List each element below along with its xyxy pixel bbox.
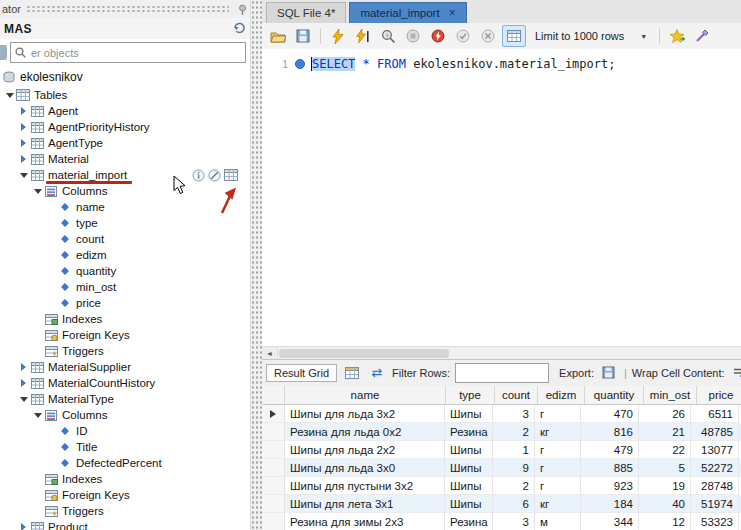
tree-item-material[interactable]: Material <box>0 151 250 167</box>
cell-price[interactable]: 53323 <box>691 513 739 530</box>
table-row[interactable]: Шипы для льда 2x2Шипы1г4792213077 <box>262 441 741 459</box>
rollback-button[interactable] <box>477 26 499 46</box>
chevron-down-icon[interactable] <box>18 397 29 402</box>
chevron-right-icon[interactable] <box>18 123 29 131</box>
cell-min_ost[interactable]: 19 <box>639 477 691 495</box>
cell-type[interactable]: Шипы <box>445 441 493 459</box>
editor-hscrollbar[interactable]: ◄ <box>262 346 741 360</box>
cell-quantity[interactable]: 184 <box>581 495 639 513</box>
cell-quantity[interactable]: 344 <box>581 513 639 530</box>
cell-price[interactable]: 51974 <box>691 495 739 513</box>
cell-price[interactable]: 52272 <box>691 459 739 477</box>
cell-name[interactable]: Резина для льда 0x2 <box>285 423 445 441</box>
save-button[interactable] <box>292 26 314 46</box>
chevron-right-icon[interactable] <box>18 523 29 530</box>
cell-quantity[interactable]: 470 <box>581 405 639 423</box>
table-row[interactable]: Шипы для пустыни 3x2Шипы2г9231928748 <box>262 477 741 495</box>
toggle-autocommit-button[interactable] <box>502 25 526 47</box>
chevron-down-icon[interactable] <box>32 189 43 194</box>
tree-item-agentpriorityhistory[interactable]: AgentPriorityHistory <box>0 119 250 135</box>
tab-material_import[interactable]: material_import× <box>349 2 466 23</box>
chevron-down-icon[interactable] <box>4 93 15 98</box>
cell-edizm[interactable]: г <box>535 441 581 459</box>
chevron-down-icon[interactable] <box>18 173 29 178</box>
cell-price[interactable]: 13077 <box>691 441 739 459</box>
cell-count[interactable]: 2 <box>493 477 535 495</box>
tree-item-tables[interactable]: Tables <box>0 87 250 103</box>
beautify-query-button[interactable] <box>691 26 713 46</box>
cell-edizm[interactable]: г <box>535 405 581 423</box>
tab-close-icon[interactable]: × <box>449 7 456 19</box>
filter-rows-input[interactable] <box>455 363 549 383</box>
row-selector[interactable] <box>262 441 285 459</box>
cell-edizm[interactable]: м <box>535 513 581 530</box>
cell-type[interactable]: Шипы <box>445 495 493 513</box>
info-icon[interactable] <box>192 169 205 182</box>
cell-price[interactable]: 48785 <box>691 423 739 441</box>
tree-item-title[interactable]: Title <box>0 439 250 455</box>
cell-name[interactable]: Резина для зимы 2x3 <box>285 513 445 530</box>
tree-item-foreign-keys[interactable]: Foreign Keys <box>0 327 250 343</box>
toggle-stop-on-error-button[interactable] <box>427 26 449 46</box>
row-selector[interactable] <box>262 513 285 530</box>
chevron-right-icon[interactable] <box>18 139 29 147</box>
grid-view-icon[interactable] <box>342 364 362 382</box>
limit-rows-dropdown[interactable]: Limit to 1000 rows ▼ <box>529 28 653 44</box>
cell-type[interactable]: Шипы <box>445 405 493 423</box>
tree-item-defectedpercent[interactable]: DefectedPercent <box>0 455 250 471</box>
tree-item-min_ost[interactable]: min_ost <box>0 279 250 295</box>
row-selector[interactable] <box>262 423 285 441</box>
cell-type[interactable]: Резина <box>445 423 493 441</box>
cell-min_ost[interactable]: 22 <box>639 441 691 459</box>
tree-item-indexes[interactable]: Indexes <box>0 471 250 487</box>
refresh-grid-icon[interactable]: ⇄ <box>367 364 387 382</box>
open-file-button[interactable] <box>267 26 289 46</box>
table-row[interactable]: Шипы для льда 3x2Шипы3г470266511 <box>262 405 741 423</box>
tree-item-product[interactable]: Product <box>0 519 250 530</box>
cell-count[interactable]: 3 <box>493 405 535 423</box>
cell-min_ost[interactable]: 5 <box>639 459 691 477</box>
cell-quantity[interactable]: 923 <box>581 477 639 495</box>
schema-node[interactable]: ekolesnikov <box>0 68 250 86</box>
tree-item-triggers[interactable]: Triggers <box>0 343 250 359</box>
tree-item-id[interactable]: ID <box>0 423 250 439</box>
tree-item-materialtype[interactable]: MaterialType <box>0 391 250 407</box>
tree-item-agenttype[interactable]: AgentType <box>0 135 250 151</box>
commit-button[interactable] <box>452 26 474 46</box>
tree-item-columns[interactable]: Columns <box>0 407 250 423</box>
column-header-quantity[interactable]: quantity <box>585 386 644 405</box>
table-row[interactable]: Резина для зимы 2x3Резина3м3441253323 <box>262 513 741 530</box>
cell-quantity[interactable]: 885 <box>581 459 639 477</box>
cell-name[interactable]: Шипы для льда 3x2 <box>285 405 445 423</box>
tree-item-edizm[interactable]: edizm <box>0 247 250 263</box>
wrap-cell-content-icon[interactable] <box>730 364 741 382</box>
cell-count[interactable]: 1 <box>493 441 535 459</box>
tree-item-indexes[interactable]: Indexes <box>0 311 250 327</box>
settings-icon[interactable] <box>208 169 221 182</box>
column-header-name[interactable]: name <box>285 386 446 405</box>
stop-query-button[interactable] <box>402 26 424 46</box>
cell-quantity[interactable]: 479 <box>581 441 639 459</box>
tree-item-name[interactable]: name <box>0 199 250 215</box>
cell-price[interactable]: 6511 <box>691 405 739 423</box>
tree-item-material_import[interactable]: material_import <box>0 167 250 183</box>
cell-edizm[interactable]: кг <box>535 495 581 513</box>
row-selector[interactable] <box>262 405 285 423</box>
table-row[interactable]: Резина для льда 0x2Резина2кг8162148785 <box>262 423 741 441</box>
chevron-right-icon[interactable] <box>18 379 29 387</box>
cell-min_ost[interactable]: 12 <box>639 513 691 530</box>
cell-type[interactable]: Шипы <box>445 477 493 495</box>
cell-edizm[interactable]: г <box>535 459 581 477</box>
cell-name[interactable]: Шипы для лета 3x1 <box>285 495 445 513</box>
inspect-table-icon[interactable] <box>224 169 238 181</box>
tree-item-price[interactable]: price <box>0 295 250 311</box>
cell-quantity[interactable]: 816 <box>581 423 639 441</box>
execute-query-button[interactable] <box>327 26 349 46</box>
cell-name[interactable]: Шипы для льда 2x2 <box>285 441 445 459</box>
tree-item-columns[interactable]: Columns <box>0 183 250 199</box>
export-icon[interactable] <box>599 364 619 382</box>
tree-item-quantity[interactable]: quantity <box>0 263 250 279</box>
cell-name[interactable]: Шипы для льда 3x0 <box>285 459 445 477</box>
sql-code-editor[interactable]: 1 SELECT * FROM ekolesnikov.material_imp… <box>262 49 741 346</box>
result-grid-tab[interactable]: Result Grid <box>266 364 337 382</box>
